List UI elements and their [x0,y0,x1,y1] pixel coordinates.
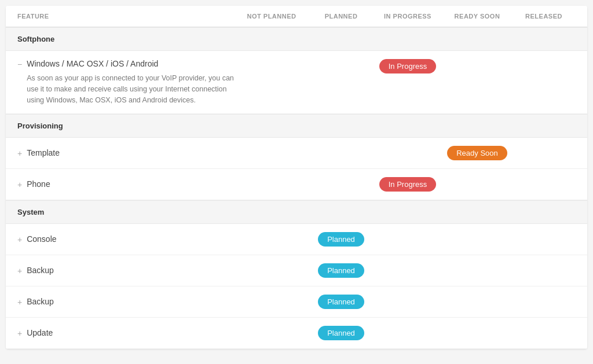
col-planned: PLANNED [309,13,373,20]
planned-cell: Planned [309,263,373,278]
feature-row: + Console Planned [6,224,587,255]
status-badge: Planned [318,263,364,278]
planned-cell: Planned [309,295,373,309]
in-progress-cell: In Progress [373,59,442,73]
feature-name-cell: + Template [17,148,234,158]
feature-description: As soon as your app is connected to your… [27,73,234,105]
col-released: RELEASED [512,13,576,20]
feature-name: Windows / MAC OSX / iOS / Android [27,59,234,68]
planned-cell: Planned [309,232,373,247]
col-ready-soon: READY SOON [442,13,512,20]
status-badge: Planned [318,232,364,247]
expand-icon[interactable]: + [17,149,22,158]
feature-name-cell: + Phone [17,179,234,189]
expand-icon[interactable]: + [17,297,22,307]
expand-icon[interactable]: + [17,329,22,338]
feature-name-cell: + Console [17,234,234,244]
col-feature: FEATURE [17,13,234,20]
feature-name: Template [27,148,60,157]
section-system: System [6,200,587,224]
feature-name-cell: − Windows / MAC OSX / iOS / Android As s… [17,59,234,105]
in-progress-cell: In Progress [373,177,442,192]
feature-name: Console [27,234,56,244]
section-softphone: Softphone [6,27,587,51]
planned-cell: Planned [309,326,373,340]
feature-row: − Windows / MAC OSX / iOS / Android As s… [6,51,587,114]
expand-icon[interactable]: + [17,266,22,275]
table-header: FEATURE NOT PLANNED PLANNED IN PROGRESS … [6,6,587,27]
feature-name-cell: + Update [17,328,234,338]
feature-name: Backup [27,266,54,275]
status-badge: Planned [318,295,364,309]
feature-row: + Template Ready Soon [6,138,587,169]
feature-row: + Update Planned [6,318,587,349]
feature-name-col: Windows / MAC OSX / iOS / Android As soo… [27,59,234,105]
col-in-progress: IN PROGRESS [373,13,442,20]
feature-name-cell: + Backup [17,266,234,275]
feature-name: Update [27,328,53,337]
section-provisioning: Provisioning [6,114,587,138]
feature-row: + Phone In Progress [6,169,587,200]
page-wrapper: FEATURE NOT PLANNED PLANNED IN PROGRESS … [6,6,587,349]
col-not-planned: NOT PLANNED [234,13,309,20]
status-badge: In Progress [379,177,436,192]
expand-icon[interactable]: + [17,235,22,244]
expand-icon[interactable]: + [17,180,22,189]
collapse-icon[interactable]: − [17,60,22,69]
feature-name: Backup [27,297,54,306]
feature-row: + Backup Planned [6,286,587,318]
status-badge: In Progress [379,59,436,73]
ready-soon-cell: Ready Soon [442,146,512,160]
status-badge: Planned [318,326,364,340]
status-badge: Ready Soon [447,146,507,160]
feature-row: + Backup Planned [6,255,587,286]
feature-name-cell: + Backup [17,297,234,307]
feature-name: Phone [27,179,50,189]
